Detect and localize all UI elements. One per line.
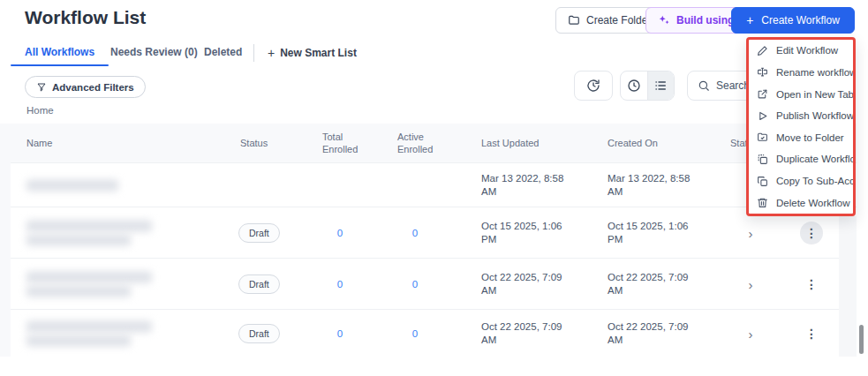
column-header-created-on: Created On (608, 137, 658, 149)
history-button[interactable] (574, 71, 613, 101)
menu-item-copy-to-sub-account[interactable]: Copy To Sub-Account (749, 170, 853, 192)
column-header-total-enrolled: Total Enrolled (322, 131, 368, 155)
external-link-icon (757, 88, 768, 100)
column-header-last-updated: Last Updated (481, 137, 539, 149)
table-row[interactable]: Draft 0 0 Oct 22 2025, 7:09 AM Oct 22 20… (11, 310, 857, 357)
folder-icon (568, 14, 580, 26)
menu-item-label: Edit Workflow (776, 45, 838, 56)
tab-needs-review[interactable]: Needs Review (0) (110, 46, 198, 58)
plus-icon: + (268, 46, 275, 60)
menu-item-duplicate-workflow[interactable]: Duplicate Workflow (749, 148, 853, 170)
create-folder-label: Create Folder (586, 14, 651, 26)
tab-bar: All Workflows Needs Review (0) Deleted +… (0, 44, 868, 67)
column-header-status: Status (240, 137, 268, 149)
table-row[interactable]: Draft 0 0 Oct 22 2025, 7:09 AM Oct 22 20… (11, 259, 857, 310)
plus-icon: + (746, 13, 753, 27)
create-workflow-label: Create Workflow (761, 14, 839, 26)
page-background-strip (0, 124, 11, 357)
sticky-actions-column-bg (839, 216, 857, 357)
scrollbar-thumb[interactable] (859, 325, 864, 354)
advanced-filters-label: Advanced Filters (52, 82, 134, 93)
new-smart-list-label: New Smart List (280, 47, 357, 59)
active-enrolled-link[interactable]: 0 (402, 279, 428, 290)
row-actions-button[interactable]: ⋮ (799, 322, 824, 345)
sparkles-icon (658, 14, 670, 26)
row-actions-button[interactable]: ⋮ (799, 222, 824, 244)
list-view-toggle[interactable] (647, 71, 675, 100)
rename-icon (757, 66, 768, 78)
search-icon (698, 79, 710, 92)
expand-stats-chevron-icon[interactable]: › (742, 277, 759, 290)
menu-item-label: Rename workflow (776, 67, 856, 78)
page-title: Workflow List (25, 7, 146, 28)
clock-history-icon (586, 79, 600, 93)
tab-divider (253, 44, 254, 62)
new-smart-list-button[interactable]: + New Smart List (268, 46, 357, 60)
last-updated-cell: Mar 13 2022, 8:58 AM (481, 172, 571, 199)
total-enrolled-link[interactable]: 0 (327, 328, 353, 339)
total-enrolled-link[interactable]: 0 (327, 279, 353, 290)
breadcrumb[interactable]: Home (26, 105, 54, 116)
workflow-table: Name Status Total Enrolled Active Enroll… (11, 124, 857, 357)
active-enrolled-link[interactable]: 0 (402, 228, 428, 238)
column-header-active-enrolled: Active Enrolled (397, 131, 443, 155)
created-on-cell: Oct 22 2025, 7:09 AM (608, 320, 698, 347)
create-workflow-button[interactable]: + Create Workflow (731, 7, 855, 34)
time-view-toggle[interactable] (621, 71, 647, 100)
active-enrolled-link[interactable]: 0 (402, 328, 428, 339)
menu-item-delete-workflow[interactable]: Delete Workflow (749, 192, 853, 214)
folder-check-icon (757, 132, 768, 143)
total-enrolled-link[interactable]: 0 (327, 228, 353, 238)
kebab-menu-icon[interactable]: ⋮ (805, 327, 818, 341)
menu-item-label: Open in New Tab (776, 89, 854, 100)
expand-stats-chevron-icon[interactable]: › (742, 327, 759, 340)
last-updated-cell: Oct 22 2025, 7:09 AM (481, 320, 571, 347)
last-updated-cell: Oct 22 2025, 7:09 AM (481, 271, 571, 297)
tab-all-workflows[interactable]: All Workflows (25, 46, 94, 58)
menu-item-label: Copy To Sub-Account (776, 176, 856, 186)
created-on-cell: Oct 15 2025, 1:06 PM (608, 220, 698, 246)
advanced-filters-button[interactable]: Advanced Filters (25, 76, 146, 98)
table-row[interactable]: Mar 13 2022, 8:58 AM Mar 13 2022, 8:58 A… (11, 163, 857, 207)
menu-item-label: Duplicate Workflow (776, 154, 856, 164)
menu-item-open-in-new-tab[interactable]: Open in New Tab (749, 83, 853, 105)
status-badge: Draft (238, 274, 280, 294)
table-header-row: Name Status Total Enrolled Active Enroll… (11, 124, 857, 163)
filter-funnel-icon (36, 82, 47, 93)
blurred-workflow-name (26, 179, 118, 191)
menu-item-rename-workflow[interactable]: Rename workflow (749, 62, 853, 84)
view-toggle-group (620, 71, 675, 101)
workflow-list-page: Workflow List Create Folder Build using … (0, 0, 868, 376)
menu-item-publish-workflow[interactable]: Publish Workflow (749, 105, 853, 127)
blurred-workflow-name (26, 217, 152, 248)
clock-icon (627, 79, 641, 93)
kebab-menu-icon[interactable]: ⋮ (805, 277, 818, 291)
play-icon (757, 110, 768, 122)
list-icon (653, 79, 668, 93)
tab-deleted[interactable]: Deleted (204, 46, 242, 58)
menu-item-edit-workflow[interactable]: Edit Workflow (749, 40, 853, 62)
menu-item-move-to-folder[interactable]: Move to Folder (749, 127, 853, 149)
menu-item-label: Publish Workflow (776, 110, 854, 121)
table-row[interactable]: Draft 0 0 Oct 15 2025, 1:06 PM Oct 15 20… (11, 207, 857, 259)
menu-item-label: Move to Folder (776, 132, 844, 143)
status-badge: Draft (238, 324, 280, 343)
created-on-cell: Oct 22 2025, 7:09 AM (608, 271, 698, 297)
trash-icon (757, 197, 768, 208)
created-on-cell: Mar 13 2022, 8:58 AM (608, 172, 698, 199)
kebab-menu-icon[interactable]: ⋮ (800, 222, 823, 244)
column-header-name: Name (26, 137, 52, 149)
last-updated-cell: Oct 15 2025, 1:06 PM (481, 220, 571, 246)
workflow-context-menu: Edit Workflow Rename workflow Open in Ne… (746, 37, 856, 216)
blurred-workflow-name (26, 268, 152, 299)
copy-icon (757, 176, 768, 187)
row-actions-button[interactable]: ⋮ (799, 273, 824, 296)
duplicate-icon (757, 154, 768, 165)
blurred-workflow-name (26, 318, 152, 349)
pencil-icon (757, 45, 768, 56)
expand-stats-chevron-icon[interactable]: › (742, 226, 759, 239)
status-badge: Draft (238, 223, 280, 243)
menu-item-label: Delete Workflow (776, 198, 850, 208)
